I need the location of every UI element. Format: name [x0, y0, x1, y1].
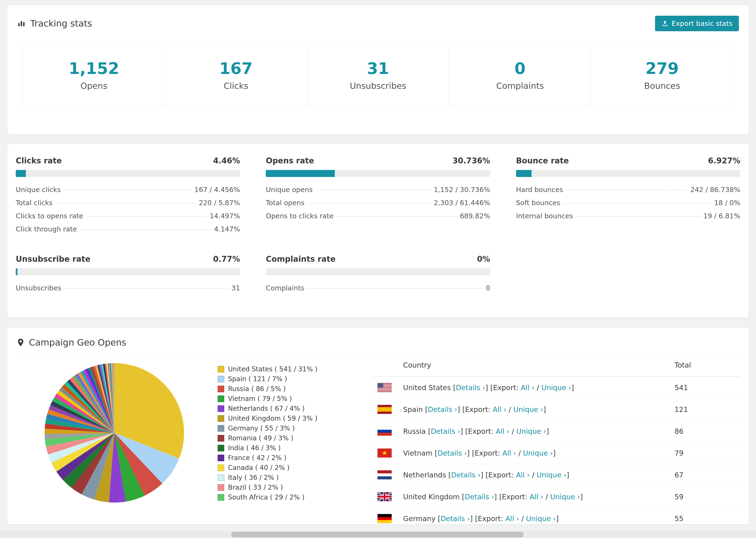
country-row-netherlands: Netherlands [Details ›] [Export: All › /… — [373, 464, 740, 486]
dotted-leader — [336, 216, 457, 217]
stat-line-value: 689.82% — [460, 212, 490, 220]
geo-opens-panel: Campaign Geo Opens United States ( 541 /… — [7, 327, 749, 524]
export-unique-link[interactable]: Unique › — [541, 384, 571, 392]
details-link[interactable]: Details › — [437, 449, 467, 457]
dotted-leader — [86, 216, 207, 217]
stat-line-complaints: Complaints0 — [266, 282, 490, 295]
stat-cell-complaints: 0Complaints — [449, 45, 591, 106]
legend-item-canada: Canada ( 40 / 2% ) — [218, 463, 349, 473]
export-all-link[interactable]: All › — [503, 449, 516, 457]
details-link[interactable]: Details › — [441, 514, 470, 523]
legend-label: Italy ( 36 / 2% ) — [228, 473, 279, 482]
details-link[interactable]: Details › — [465, 493, 494, 501]
country-row-spain: Spain [Details ›] [Export: All › / Uniqu… — [373, 399, 740, 420]
country-total: 59 — [670, 486, 740, 508]
rate-block-unsubscribe-rate: Unsubscribe rate0.77%Unsubscribes31 — [16, 254, 240, 295]
dotted-leader — [315, 190, 431, 190]
tracking-stats-title: Tracking stats — [17, 18, 92, 28]
dotted-leader — [64, 288, 229, 289]
export-all-link[interactable]: All › — [529, 493, 543, 501]
stat-value: 0 — [452, 59, 589, 78]
export-unique-link[interactable]: Unique › — [526, 514, 556, 523]
pie-chart[interactable] — [44, 362, 185, 503]
progress-fill — [16, 268, 17, 275]
export-unique-link[interactable]: Unique › — [550, 493, 580, 501]
stat-label: Clicks — [167, 81, 304, 91]
geo-table-container: Country Total United States [Details ›] … — [373, 355, 740, 524]
dotted-leader — [63, 190, 191, 190]
rate-value: 0.77% — [213, 254, 240, 264]
export-all-link[interactable]: All › — [521, 384, 535, 392]
stat-cell-opens: 1,152Opens — [23, 45, 165, 106]
horizontal-scrollbar[interactable] — [0, 531, 756, 538]
export-all-link[interactable]: All › — [506, 514, 519, 523]
export-all-link[interactable]: All › — [496, 427, 510, 435]
progress-bar — [16, 170, 240, 177]
country-total: 55 — [670, 508, 740, 525]
legend-item-brazil: Brazil ( 33 / 2% ) — [218, 483, 349, 493]
geo-header: Campaign Geo Opens — [16, 336, 740, 355]
legend-item-france: France ( 42 / 2% ) — [218, 453, 349, 463]
dotted-leader — [55, 203, 196, 203]
export-all-link[interactable]: All › — [516, 471, 530, 479]
progress-bar — [266, 170, 490, 177]
legend-swatch — [218, 396, 224, 402]
stat-line-label: Clicks to opens rate — [16, 212, 83, 220]
legend-label: South Africa ( 29 / 2% ) — [228, 493, 304, 502]
legend-label: Brazil ( 33 / 2% ) — [228, 483, 283, 492]
details-link[interactable]: Details › — [451, 471, 481, 479]
legend-label: Germany ( 55 / 3% ) — [228, 424, 295, 433]
legend-item-italy: Italy ( 36 / 2% ) — [218, 473, 349, 483]
details-link[interactable]: Details › — [428, 405, 458, 413]
stat-line-value: 19 / 6.81% — [703, 212, 740, 220]
stat-line-label: Unique clicks — [16, 186, 61, 194]
stat-line-value: 2,303 / 61.446% — [434, 199, 490, 207]
legend-swatch — [218, 484, 224, 491]
country-name: Netherlands — [403, 471, 446, 479]
dotted-leader — [307, 203, 431, 203]
stat-line-total-opens: Total opens2,303 / 61.446% — [266, 196, 490, 209]
legend-item-romania: Romania ( 49 / 3% ) — [218, 433, 349, 443]
rate-head: Clicks rate4.46% — [16, 156, 240, 165]
country-row-russia: Russia [Details ›] [Export: All › / Uniq… — [373, 420, 740, 442]
rate-block-clicks-rate: Clicks rate4.46%Unique clicks167 / 4.456… — [16, 156, 240, 236]
export-unique-link[interactable]: Unique › — [513, 405, 543, 413]
details-link[interactable]: Details › — [456, 384, 485, 392]
stat-line-value: 242 / 86.738% — [690, 186, 740, 194]
export-basic-stats-button[interactable]: Export basic stats — [655, 16, 739, 31]
stat-cell-unsubscribes: 31Unsubscribes — [307, 45, 449, 106]
rate-head: Unsubscribe rate0.77% — [16, 254, 240, 264]
export-basic-stats-label: Export basic stats — [672, 20, 732, 27]
country-total: 67 — [670, 464, 740, 486]
details-link[interactable]: Details › — [431, 427, 460, 435]
export-unique-link[interactable]: Unique › — [516, 427, 546, 435]
legend-label: Spain ( 121 / 7% ) — [228, 375, 287, 383]
rate-title: Unsubscribe rate — [16, 254, 90, 264]
page: Tracking stats Export basic stats 1,152O… — [0, 0, 756, 538]
dotted-leader — [576, 216, 700, 217]
legend-item-south-africa: South Africa ( 29 / 2% ) — [218, 493, 349, 502]
country-row-germany: Germany [Details ›] [Export: All › / Uni… — [373, 508, 740, 525]
stat-line-label: Total clicks — [16, 199, 53, 207]
bar-chart-icon — [17, 19, 26, 28]
country-row-united-states: United States [Details ›] [Export: All ›… — [373, 377, 740, 399]
stat-line-unique-clicks: Unique clicks167 / 4.456% — [16, 183, 240, 196]
tracking-stats-title-text: Tracking stats — [30, 18, 92, 28]
rate-head: Complaints rate0% — [266, 254, 490, 264]
flag-vn-icon — [373, 442, 399, 464]
legend-item-united-kingdom: United Kingdom ( 59 / 3% ) — [218, 413, 349, 423]
country-cell: United States [Details ›] [Export: All ›… — [399, 377, 670, 399]
dotted-leader — [80, 229, 211, 230]
export-unique-link[interactable]: Unique › — [523, 449, 553, 457]
rate-title: Opens rate — [266, 156, 314, 165]
progress-bar — [16, 268, 240, 275]
flag-de-icon — [373, 508, 399, 525]
export-unique-link[interactable]: Unique › — [536, 471, 566, 479]
export-all-link[interactable]: All › — [493, 405, 507, 413]
country-cell: Vietnam [Details ›] [Export: All › / Uni… — [399, 442, 670, 464]
stat-line-label: Unsubscribes — [16, 284, 61, 292]
legend-swatch — [218, 415, 224, 422]
geo-table-header-row: Country Total — [373, 355, 740, 377]
stat-line-unsubscribes: Unsubscribes31 — [16, 282, 240, 295]
scrollbar-thumb[interactable] — [231, 532, 523, 537]
